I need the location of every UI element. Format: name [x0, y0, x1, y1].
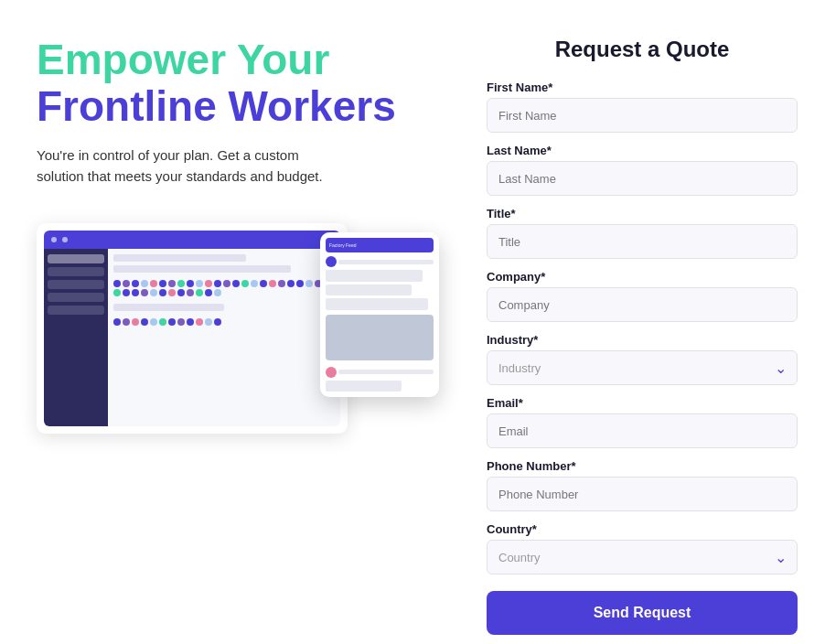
title-input[interactable] [487, 224, 798, 259]
dot-grid [113, 280, 335, 296]
dot [132, 289, 139, 296]
dot [278, 280, 285, 287]
sidebar-item [48, 293, 104, 302]
first-name-label: First Name* [487, 80, 798, 94]
dot [123, 318, 130, 326]
content-row [113, 254, 246, 262]
dot [168, 280, 176, 287]
subtext: You're in control of your plan. Get a cu… [37, 145, 329, 187]
dot [196, 280, 203, 287]
dot [150, 318, 157, 326]
phone-text-line [326, 298, 428, 310]
country-select[interactable]: Country United States United Kingdom Can… [487, 540, 798, 574]
phone-avatar-row [326, 256, 434, 267]
phone-text-line [326, 381, 402, 392]
last-name-group: Last Name* [487, 144, 798, 196]
tablet-mockup [37, 223, 348, 434]
header-dot [62, 237, 68, 242]
phone-text-line [326, 284, 412, 296]
company-group: Company* [487, 270, 798, 322]
sidebar-item [48, 267, 104, 276]
dot [141, 280, 148, 287]
dashboard-mockup: Factory Feed [37, 223, 439, 434]
email-input[interactable] [487, 413, 798, 448]
header-dot [51, 237, 57, 242]
email-group: Email* [487, 396, 798, 448]
phone-content [326, 256, 434, 392]
dot [269, 280, 276, 287]
dot [205, 289, 212, 296]
dot [177, 318, 185, 326]
dot [123, 280, 130, 287]
dot [113, 289, 121, 296]
phone-header: Factory Feed [326, 238, 434, 252]
country-group: Country* Country United States United Ki… [487, 522, 798, 574]
tablet-inner [44, 231, 340, 426]
company-input[interactable] [487, 287, 798, 322]
dot [123, 289, 130, 296]
country-label: Country* [487, 522, 798, 536]
dot [196, 318, 203, 326]
dot [205, 280, 212, 287]
dot [241, 280, 249, 287]
dot [177, 280, 185, 287]
dot [168, 318, 176, 326]
content-row [113, 265, 291, 273]
send-request-button[interactable]: Send Request [487, 591, 798, 635]
form-title: Request a Quote [487, 37, 798, 62]
country-select-wrapper: Country United States United Kingdom Can… [487, 540, 798, 574]
dot [113, 280, 121, 287]
dot [141, 289, 148, 296]
dot [168, 289, 176, 296]
dot [159, 318, 166, 326]
first-name-input[interactable] [487, 98, 798, 133]
dot [113, 318, 121, 326]
sidebar-item [48, 280, 104, 289]
phone-avatar [326, 256, 337, 267]
industry-label: Industry* [487, 333, 798, 347]
phone-text-line [338, 260, 434, 264]
dot [232, 280, 240, 287]
industry-select-wrapper: Industry Manufacturing Retail Healthcare… [487, 350, 798, 385]
last-name-label: Last Name* [487, 144, 798, 157]
dot [187, 280, 194, 287]
tablet-sidebar [44, 249, 108, 426]
dot [214, 280, 221, 287]
dot [187, 289, 194, 296]
sidebar-item [48, 254, 104, 263]
dot [251, 280, 258, 287]
phone-text-line [338, 370, 434, 374]
dot [205, 318, 212, 326]
tablet-header [44, 231, 340, 249]
left-panel: Empower Your Frontline Workers You're in… [37, 37, 450, 635]
headline-line1: Empower Your [37, 36, 329, 83]
phone-text-line [326, 270, 423, 282]
title-group: Title* [487, 207, 798, 259]
dot [132, 318, 139, 326]
page-container: Empower Your Frontline Workers You're in… [0, 0, 825, 644]
dot [187, 318, 194, 326]
phone-input[interactable] [487, 477, 798, 511]
phone-header-text: Factory Feed [329, 242, 356, 248]
industry-select[interactable]: Industry Manufacturing Retail Healthcare… [487, 350, 798, 385]
email-label: Email* [487, 396, 798, 410]
sidebar-item [48, 306, 104, 315]
dot [132, 280, 139, 287]
dot-grid [113, 318, 335, 326]
dot [305, 280, 313, 287]
phone-label: Phone Number* [487, 459, 798, 473]
tablet-content [108, 249, 340, 426]
dot [196, 289, 203, 296]
dot [159, 289, 166, 296]
dot [287, 280, 295, 287]
dot [223, 280, 230, 287]
dot [159, 280, 166, 287]
headline-line2: Frontline Workers [37, 82, 396, 130]
industry-group: Industry* Industry Manufacturing Retail … [487, 333, 798, 385]
phone-mockup: Factory Feed [320, 232, 439, 397]
main-headline: Empower Your Frontline Workers [37, 37, 450, 129]
dot [296, 280, 304, 287]
dot [214, 289, 221, 296]
phone-group: Phone Number* [487, 459, 798, 511]
last-name-input[interactable] [487, 161, 798, 196]
